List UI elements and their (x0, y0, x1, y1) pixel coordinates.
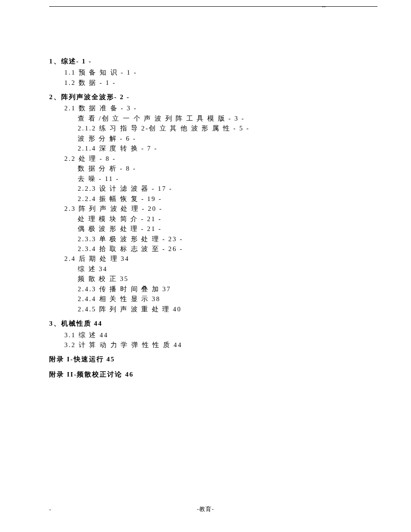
toc-section-3: 3、机械性质 44 (49, 318, 362, 329)
toc-subitem: 2.3.4 拾 取 标 志 波 至 - 26 - (78, 244, 362, 254)
toc-item: 1.2 数 据 - 1 - (64, 78, 362, 88)
toc-item: 2.2 处 理 - 8 - (64, 154, 362, 163)
toc-subitem: 2.1.2 练 习 指 导 2-创 立 其 他 波 形 属 性 - 5 - (78, 123, 362, 133)
toc-appendix-2: 附录 II-频散校正讨论 46 (49, 369, 362, 380)
toc-subitem: 偶 极 波 形 处 理 - 21 - (78, 224, 362, 234)
toc-item: 3.2 计 算 动 力 学 弹 性 性 质 44 (64, 340, 362, 350)
toc-subitem: 2.1.4 深 度 转 换 - 7 - (78, 143, 362, 153)
toc-subitem: 2.2.4 振 幅 恢 复 - 19 - (78, 194, 362, 204)
toc-item: 3.1 综 述 44 (64, 330, 362, 340)
toc-subitem: 频 散 校 正 35 (78, 274, 362, 284)
toc-subitem: 2.3.3 单 极 波 形 处 理 - 23 - (78, 234, 362, 244)
toc-appendix-1: 附录 I-快速运行 45 (49, 354, 362, 364)
toc-subitem: 数 据 分 析 - 8 - (78, 163, 362, 173)
toc-item: 1.1 预 备 知 识 - 1 - (64, 67, 362, 77)
toc-subitem: 2.4.4 相 关 性 显 示 38 (78, 294, 362, 304)
toc-item: 2.4 后 期 处 理 34 (64, 254, 362, 264)
toc-subitem: 2.2.3 设 计 滤 波 器 - 17 - (78, 184, 362, 193)
toc-subitem: 去 噪 - 11 - (78, 174, 362, 184)
toc-section-1: 1、综述- 1 - (49, 56, 362, 67)
toc-subitem: 波 形 分 解 - 6 - (78, 134, 362, 143)
toc-subitem: 2.4.3 传 播 时 间 叠 加 37 (78, 284, 362, 294)
toc-subitem: 2.4.5 阵 列 声 波 重 处 理 40 (78, 304, 362, 314)
toc-subitem: 查 看 /创 立 一 个 声 波 列 阵 工 具 模 版 - 3 - (78, 113, 362, 123)
toc-item: 2.3 阵 列 声 波 处 理 - 20 - (64, 204, 362, 214)
toc-subitem: 综 述 34 (78, 264, 362, 274)
toc-subitem: 处 理 模 块 简 介 - 21 - (78, 214, 362, 224)
toc-content: 1、综述- 1 - 1.1 预 备 知 识 - 1 - 1.2 数 据 - 1 … (49, 0, 362, 380)
toc-item: 2.1 数 据 准 备 - 3 - (64, 103, 362, 113)
toc-section-2: 2、阵列声波全波形- 2 - (49, 92, 362, 102)
header-rule (49, 6, 377, 7)
footer-center: -教育- (0, 505, 411, 513)
